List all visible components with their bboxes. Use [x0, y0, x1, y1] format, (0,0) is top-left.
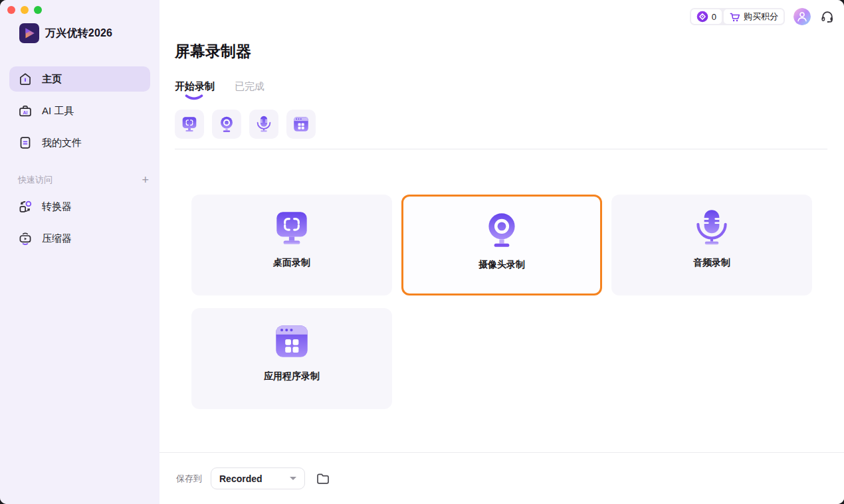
sidebar-item-my-files[interactable]: 我的文件 [9, 130, 150, 155]
quick-access-nav: 转换器 压缩器 [0, 194, 159, 258]
uniconverter-logo [19, 23, 39, 43]
svg-text:AI: AI [23, 110, 28, 115]
coin-icon [696, 11, 708, 23]
tabs: 开始录制 已完成 [175, 80, 827, 94]
zoom-window-button[interactable] [34, 6, 42, 14]
chevron-down-icon [290, 477, 296, 480]
card-webcam-record[interactable]: 摄像头录制 [401, 195, 602, 295]
chip-app-window-record[interactable] [286, 110, 316, 139]
screen-record-icon [179, 114, 199, 134]
sidebar-item-label: 主页 [42, 73, 62, 86]
quick-access-header: 快速访问 + [18, 174, 149, 186]
window-controls [0, 0, 159, 14]
topbar: 0 购买积分 [690, 8, 835, 25]
card-desktop-record[interactable]: 桌面录制 [191, 195, 392, 295]
card-app-record[interactable]: 应用程序录制 [191, 308, 392, 409]
app-window-record-icon [291, 114, 311, 134]
sidebar-nav: 主页 AI AI 工具 我的文件 [0, 66, 159, 162]
user-avatar-icon [793, 8, 811, 25]
open-folder-button[interactable] [316, 471, 330, 486]
user-avatar[interactable] [793, 8, 811, 25]
close-window-button[interactable] [7, 6, 15, 14]
ai-toolbox-icon: AI [18, 104, 33, 118]
record-mode-cards: 桌面录制 摄像头录制 [191, 195, 812, 409]
converter-icon [18, 199, 33, 214]
quick-access-label: 快速访问 [18, 174, 53, 186]
credits-pill[interactable]: 0 [691, 9, 722, 24]
mic-record-icon [690, 206, 734, 250]
tab-label: 已完成 [235, 80, 264, 92]
section-divider [175, 149, 827, 149]
card-label: 桌面录制 [273, 257, 310, 269]
account-pills: 0 购买积分 [690, 8, 785, 25]
minimize-window-button[interactable] [21, 6, 29, 14]
record-mode-shortcuts [175, 110, 827, 139]
mic-record-icon [254, 114, 274, 134]
sidebar-item-label: AI 工具 [42, 105, 74, 118]
credits-count: 0 [712, 12, 716, 22]
folder-icon [316, 471, 330, 486]
app-name: 万兴优转2026 [45, 27, 112, 41]
destination-folder-select[interactable]: Recorded [211, 467, 305, 489]
sidebar-item-label: 转换器 [42, 201, 72, 213]
main-area: 0 购买积分 [159, 0, 844, 504]
tab-start-recording[interactable]: 开始录制 [175, 80, 215, 94]
card-label: 应用程序录制 [264, 371, 320, 382]
active-tab-underline [185, 94, 203, 101]
sidebar-item-home[interactable]: 主页 [9, 66, 150, 92]
sidebar-item-ai-tools[interactable]: AI AI 工具 [9, 98, 150, 124]
support-button[interactable] [819, 9, 835, 25]
brand: 万兴优转2026 [19, 23, 159, 43]
my-files-icon [18, 135, 33, 150]
chip-screen-record[interactable] [175, 110, 204, 139]
buy-credits-label: 购买积分 [744, 11, 778, 23]
content: 屏幕录制器 开始录制 已完成 [159, 0, 844, 452]
footer: 保存到 Recorded [159, 452, 844, 504]
save-to-label: 保存到 [176, 473, 202, 485]
sidebar-item-label: 压缩器 [42, 232, 72, 245]
card-audio-record[interactable]: 音频录制 [611, 195, 812, 295]
sidebar-item-converter[interactable]: 转换器 [9, 194, 150, 219]
home-icon [18, 72, 33, 86]
destination-folder-value: Recorded [219, 473, 263, 484]
headset-icon [819, 9, 835, 25]
screen-record-icon [270, 206, 314, 250]
app-window-record-icon [270, 319, 314, 363]
card-label: 音频录制 [693, 257, 730, 269]
compressor-icon [18, 231, 33, 246]
webcam-record-icon [217, 114, 237, 134]
tab-label: 开始录制 [175, 80, 215, 92]
app-window: 万兴优转2026 主页 AI AI 工具 [0, 0, 844, 504]
page-title: 屏幕录制器 [175, 41, 827, 62]
webcam-record-icon [480, 208, 524, 252]
chip-webcam-record[interactable] [212, 110, 241, 139]
chip-mic-record[interactable] [249, 110, 278, 139]
plus-icon[interactable]: + [142, 174, 149, 186]
cart-icon [729, 11, 740, 23]
card-label: 摄像头录制 [478, 259, 525, 271]
buy-credits-button[interactable]: 购买积分 [724, 9, 784, 24]
tab-completed[interactable]: 已完成 [235, 80, 264, 94]
sidebar-item-label: 我的文件 [42, 137, 82, 149]
sidebar-item-compressor[interactable]: 压缩器 [9, 226, 150, 251]
sidebar: 万兴优转2026 主页 AI AI 工具 [0, 0, 159, 504]
